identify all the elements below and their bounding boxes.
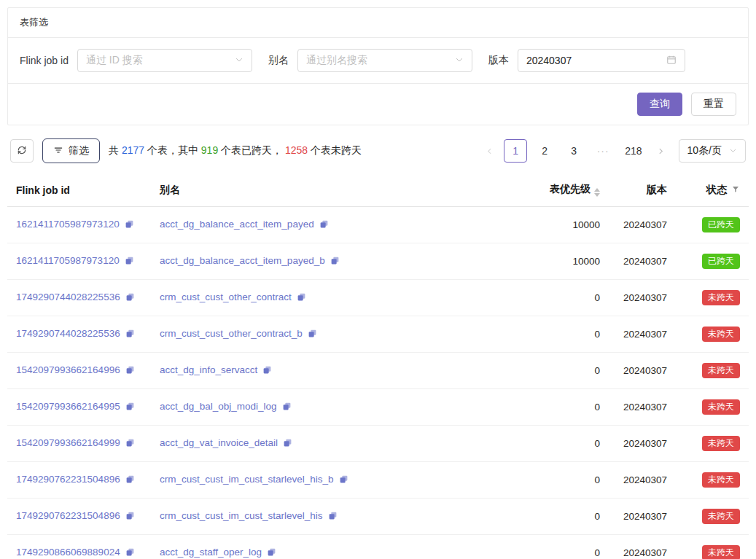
version-cell: 20240307 bbox=[609, 280, 676, 316]
page-button-2[interactable]: 2 bbox=[533, 139, 556, 163]
copy-icon[interactable] bbox=[330, 256, 340, 267]
uncrossed-count: 1258 bbox=[285, 144, 308, 156]
copy-icon[interactable] bbox=[125, 474, 135, 486]
chevron-down-icon bbox=[729, 145, 737, 157]
version-label: 版本 bbox=[488, 54, 509, 67]
page-size-select[interactable]: 10条/页 bbox=[679, 139, 746, 163]
copy-icon[interactable] bbox=[297, 292, 306, 304]
alias-link[interactable]: crm_cust_cust_other_contract_b bbox=[160, 328, 303, 339]
copy-icon[interactable] bbox=[308, 329, 317, 340]
alias-link[interactable]: crm_cust_cust_other_contract bbox=[160, 292, 292, 302]
copy-icon[interactable] bbox=[125, 365, 135, 377]
table-row: 1621411705987973120acct_dg_balance_acct_… bbox=[7, 207, 749, 243]
filter-button[interactable]: 筛选 bbox=[42, 138, 100, 163]
alias-label: 别名 bbox=[268, 54, 289, 67]
page-button-218[interactable]: 218 bbox=[620, 139, 646, 163]
job-id-cell: 1621411705987973120 bbox=[7, 207, 151, 243]
summary-text: 共 2177 个表，其中 919 个表已跨天， 1258 个表未跨天 bbox=[109, 144, 362, 157]
filter-row: Flink job id 通过 ID 搜索 别名 通过别名搜索 bbox=[8, 38, 748, 84]
job-id-cell: 1542097993662164999 bbox=[7, 426, 151, 462]
sort-icon[interactable] bbox=[594, 188, 600, 197]
copy-icon[interactable] bbox=[339, 474, 348, 486]
copy-icon[interactable] bbox=[125, 292, 135, 304]
next-page-button[interactable] bbox=[652, 139, 670, 163]
table-row: 1542097993662164999acct_dg_vat_invoice_d… bbox=[7, 426, 749, 462]
chevron-down-icon bbox=[455, 55, 464, 66]
prev-page-button[interactable] bbox=[480, 139, 498, 163]
alias-placeholder: 通过别名搜索 bbox=[306, 54, 367, 67]
status-cell: 未跨天 bbox=[676, 280, 749, 316]
filter-actions: 查询 重置 bbox=[8, 84, 748, 125]
job-id-link[interactable]: 1749290744028225536 bbox=[16, 292, 120, 302]
tables-table: Flink job id 别名 表优先级 版本 状态 1621411705987… bbox=[7, 173, 749, 559]
job-id-link[interactable]: 1621411705987973120 bbox=[16, 255, 120, 266]
job-id-link[interactable]: 1749290866069889024 bbox=[16, 547, 120, 558]
copy-icon[interactable] bbox=[125, 438, 135, 450]
job-id-link[interactable]: 1749290744028225536 bbox=[16, 328, 120, 339]
alias-link[interactable]: acct_dg_info_servacct bbox=[160, 364, 257, 375]
summary-seg: 个表，其中 bbox=[144, 144, 201, 156]
copy-icon[interactable] bbox=[328, 511, 338, 523]
job-id-link[interactable]: 1749290762231504896 bbox=[16, 510, 120, 521]
copy-icon[interactable] bbox=[125, 511, 135, 523]
flink-job-id-select[interactable]: 通过 ID 搜索 bbox=[77, 49, 252, 72]
copy-icon[interactable] bbox=[282, 402, 292, 413]
column-filter-funnel-icon[interactable] bbox=[731, 184, 740, 196]
status-badge: 未跨天 bbox=[702, 399, 740, 415]
search-button[interactable]: 查询 bbox=[637, 93, 682, 116]
copy-icon[interactable] bbox=[125, 256, 134, 267]
copy-icon[interactable] bbox=[125, 219, 134, 231]
page-button-1[interactable]: 1 bbox=[504, 139, 527, 163]
version-date-input[interactable]: 20240307 bbox=[518, 49, 685, 72]
filter-panel-title: 表筛选 bbox=[8, 8, 748, 38]
alias-link[interactable]: acct_dg_balance_acct_item_payed_b bbox=[160, 255, 325, 266]
status-cell: 未跨天 bbox=[676, 499, 749, 535]
copy-icon[interactable] bbox=[267, 547, 276, 559]
job-id-cell: 1749290866069889024 bbox=[7, 535, 151, 559]
version-cell: 20240307 bbox=[609, 316, 676, 353]
job-id-cell: 1542097993662164996 bbox=[7, 353, 151, 389]
alias-cell: crm_cust_cust_im_cust_starlevel_his bbox=[151, 499, 518, 535]
job-id-link[interactable]: 1542097993662164996 bbox=[16, 364, 120, 375]
copy-icon[interactable] bbox=[125, 402, 135, 413]
status-cell: 已跨天 bbox=[676, 243, 749, 280]
alias-cell: crm_cust_cust_im_cust_starlevel_his_b bbox=[151, 462, 518, 499]
version-cell: 20240307 bbox=[609, 535, 676, 559]
reset-button[interactable]: 重置 bbox=[691, 93, 736, 116]
copy-icon[interactable] bbox=[262, 365, 272, 377]
copy-icon[interactable] bbox=[283, 438, 292, 450]
version-cell: 20240307 bbox=[609, 426, 676, 462]
copy-icon[interactable] bbox=[319, 219, 329, 231]
filter-button-label: 筛选 bbox=[69, 144, 89, 157]
summary-seg: 个表已跨天， bbox=[218, 144, 285, 156]
priority-cell: 0 bbox=[518, 316, 609, 353]
job-id-cell: 1542097993662164995 bbox=[7, 389, 151, 426]
alias-link[interactable]: crm_cust_cust_im_cust_starlevel_his_b bbox=[160, 474, 334, 485]
page-button-3[interactable]: 3 bbox=[562, 139, 585, 163]
status-badge: 未跨天 bbox=[702, 363, 740, 378]
job-id-link[interactable]: 1621411705987973120 bbox=[16, 219, 120, 230]
version-cell: 20240307 bbox=[609, 462, 676, 499]
alias-cell: acct_dg_balance_acct_item_payed_b bbox=[151, 243, 518, 280]
priority-cell: 10000 bbox=[518, 243, 609, 280]
refresh-button[interactable] bbox=[10, 139, 34, 163]
job-id-cell: 1621411705987973120 bbox=[7, 243, 151, 280]
copy-icon[interactable] bbox=[125, 547, 135, 559]
alias-link[interactable]: acct_dg_balance_acct_item_payed bbox=[160, 219, 314, 230]
job-id-link[interactable]: 1542097993662164995 bbox=[16, 401, 120, 412]
filter-lines-icon bbox=[53, 145, 63, 157]
alias-link[interactable]: acct_dg_staff_oper_log bbox=[160, 547, 262, 558]
job-id-link[interactable]: 1749290762231504896 bbox=[16, 474, 120, 485]
alias-link[interactable]: crm_cust_cust_im_cust_starlevel_his bbox=[160, 510, 323, 521]
col-priority[interactable]: 表优先级 bbox=[518, 173, 609, 207]
alias-select[interactable]: 通过别名搜索 bbox=[297, 49, 472, 72]
status-cell: 已跨天 bbox=[676, 207, 749, 243]
copy-icon[interactable] bbox=[125, 329, 135, 340]
status-cell: 未跨天 bbox=[676, 353, 749, 389]
version-cell: 20240307 bbox=[609, 389, 676, 426]
alias-link[interactable]: acct_dg_vat_invoice_detail bbox=[160, 437, 278, 448]
alias-link[interactable]: acct_dg_bal_obj_modi_log bbox=[160, 401, 277, 412]
job-id-link[interactable]: 1542097993662164999 bbox=[16, 437, 120, 448]
toolbar: 筛选 共 2177 个表，其中 919 个表已跨天， 1258 个表未跨天 12… bbox=[7, 138, 749, 163]
col-flink-job-id: Flink job id bbox=[7, 173, 151, 207]
